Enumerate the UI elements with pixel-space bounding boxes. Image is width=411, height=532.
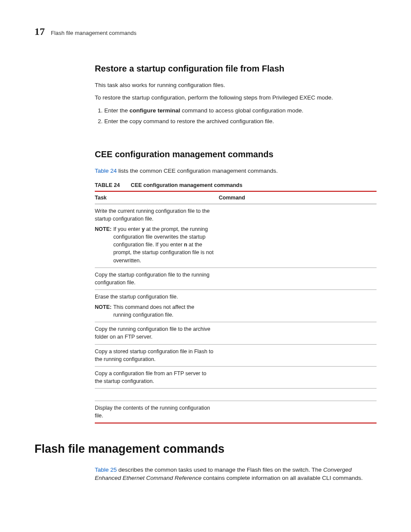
task-text: Copy the startup configuration file to t…	[95, 268, 219, 289]
paragraph-text: lists the common CEE configuration manag…	[117, 168, 278, 174]
task-text: Erase the startup configuration file.	[95, 293, 214, 301]
note-body: If you enter y at the prompt, the runnin…	[113, 225, 214, 264]
table-row-spacer	[95, 389, 377, 401]
section-heading-restore: Restore a startup configuration file fro…	[95, 62, 377, 75]
table-row: Write the current running configuration …	[95, 204, 377, 268]
keystroke: y	[142, 226, 145, 232]
note-label: NOTE:	[95, 225, 112, 264]
step-item: Enter the copy command to restore the ar…	[104, 117, 377, 126]
step-text: Enter the	[104, 107, 130, 114]
paragraph: This task also works for running configu…	[95, 81, 377, 90]
table-row: Copy a stored startup configuration file…	[95, 344, 377, 366]
section-heading-flash: Flash file management commands	[34, 441, 377, 457]
running-head-text: Flash file management commands	[51, 29, 137, 37]
paragraph: To restore the startup configuration, pe…	[95, 93, 377, 102]
paragraph: Table 24 lists the common CEE configurat…	[95, 167, 377, 175]
paragraph: Table 25 describes the common tasks used…	[95, 466, 377, 482]
table-title: CEE configuration management commands	[131, 182, 243, 188]
task-text: Copy a configuration file from an FTP se…	[95, 366, 219, 388]
keystroke: n	[184, 242, 187, 248]
step-item: Enter the configure terminal command to …	[104, 106, 377, 115]
paragraph-text: contains complete information on all ava…	[202, 475, 363, 481]
section-heading-cee: CEE configuration management commands	[95, 148, 377, 161]
table-row: Copy the startup configuration file to t…	[95, 268, 377, 289]
task-text: Copy the running configuration file to t…	[95, 322, 219, 344]
table-cross-ref[interactable]: Table 25	[95, 467, 117, 473]
table-number: TABLE 24	[95, 182, 120, 188]
task-text: Write the current running configuration …	[95, 207, 214, 223]
running-head: 17 Flash file management commands	[34, 24, 377, 39]
column-header-task: Task	[95, 191, 219, 204]
note-label: NOTE:	[95, 303, 112, 319]
column-header-command: Command	[219, 191, 377, 204]
paragraph-text: describes the common tasks used to manag…	[117, 467, 323, 473]
table-row: Copy a configuration file from an FTP se…	[95, 366, 377, 388]
chapter-number: 17	[34, 24, 45, 39]
note-body: This command does not affect the running…	[113, 303, 214, 319]
table-caption: TABLE 24 CEE configuration management co…	[95, 181, 377, 189]
cee-commands-table: Task Command Write the current running c…	[95, 191, 377, 424]
step-text: command to access global configuration m…	[180, 107, 303, 114]
task-text: Copy a stored startup configuration file…	[95, 344, 219, 366]
table-row: Erase the startup configuration file. NO…	[95, 289, 377, 322]
note-text: If you enter	[113, 226, 142, 232]
table-row: Copy the running configuration file to t…	[95, 322, 377, 344]
table-row: Display the contents of the running conf…	[95, 401, 377, 423]
command-literal: configure terminal	[130, 107, 181, 114]
ordered-steps: Enter the configure terminal command to …	[95, 106, 377, 126]
task-text: Display the contents of the running conf…	[95, 401, 219, 423]
table-cross-ref[interactable]: Table 24	[95, 168, 117, 174]
